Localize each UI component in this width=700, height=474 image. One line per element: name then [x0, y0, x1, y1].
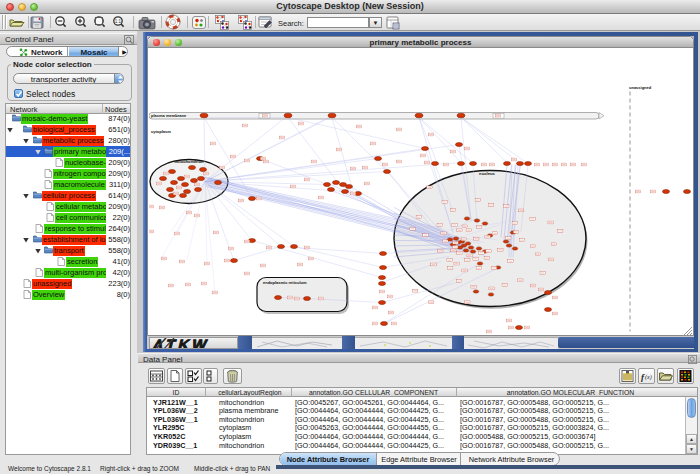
svg-text:1:1: 1:1 — [115, 19, 122, 24]
svg-text:nucleus: nucleus — [479, 170, 495, 175]
svg-text:endoplasmic reticulum: endoplasmic reticulum — [263, 280, 307, 285]
svg-text:(x): (x) — [645, 374, 652, 381]
svg-text:cytoplasm: cytoplasm — [151, 128, 171, 133]
svg-text:unassigned: unassigned — [629, 84, 652, 89]
svg-text:plasma membrane: plasma membrane — [151, 113, 187, 118]
svg-text:mitochondrion: mitochondrion — [174, 159, 204, 164]
